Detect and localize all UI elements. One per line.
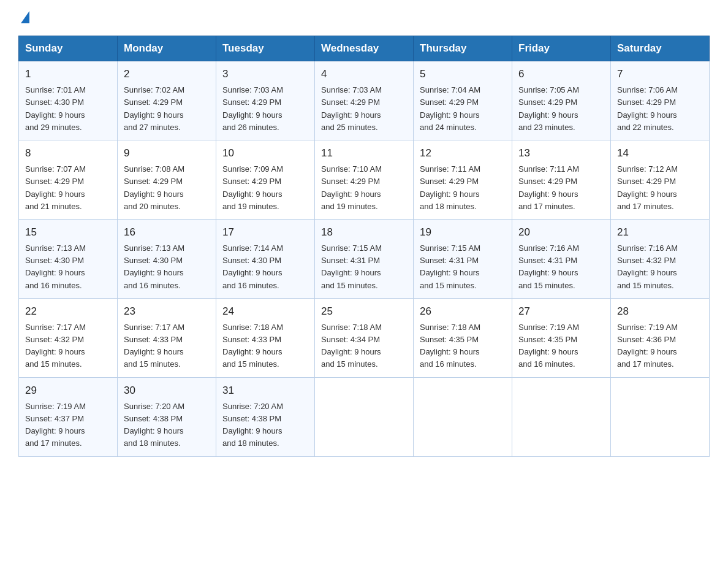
header-wednesday: Wednesday bbox=[315, 36, 414, 61]
day-number: 17 bbox=[222, 224, 308, 240]
day-number: 23 bbox=[124, 304, 210, 320]
day-info: Sunrise: 7:18 AMSunset: 4:34 PMDaylight:… bbox=[321, 321, 407, 371]
day-number: 28 bbox=[617, 304, 703, 320]
day-number: 22 bbox=[25, 304, 111, 320]
calendar-cell: 3Sunrise: 7:03 AMSunset: 4:29 PMDaylight… bbox=[216, 61, 315, 140]
day-info: Sunrise: 7:11 AMSunset: 4:29 PMDaylight:… bbox=[518, 163, 604, 213]
page-header bbox=[18, 12, 710, 25]
day-info: Sunrise: 7:06 AMSunset: 4:29 PMDaylight:… bbox=[617, 84, 703, 134]
calendar-cell: 19Sunrise: 7:15 AMSunset: 4:31 PMDayligh… bbox=[414, 219, 512, 298]
day-info: Sunrise: 7:09 AMSunset: 4:29 PMDaylight:… bbox=[222, 163, 308, 213]
day-number: 31 bbox=[222, 383, 308, 399]
calendar-cell: 14Sunrise: 7:12 AMSunset: 4:29 PMDayligh… bbox=[611, 140, 710, 219]
calendar-cell: 17Sunrise: 7:14 AMSunset: 4:30 PMDayligh… bbox=[216, 219, 315, 298]
logo-blue-text bbox=[18, 12, 29, 25]
calendar-cell: 10Sunrise: 7:09 AMSunset: 4:29 PMDayligh… bbox=[216, 140, 315, 219]
day-info: Sunrise: 7:13 AMSunset: 4:30 PMDaylight:… bbox=[25, 242, 111, 292]
calendar-header-row: SundayMondayTuesdayWednesdayThursdayFrid… bbox=[19, 36, 710, 61]
calendar-cell: 11Sunrise: 7:10 AMSunset: 4:29 PMDayligh… bbox=[315, 140, 414, 219]
calendar-cell: 8Sunrise: 7:07 AMSunset: 4:29 PMDaylight… bbox=[19, 140, 118, 219]
calendar-cell: 21Sunrise: 7:16 AMSunset: 4:32 PMDayligh… bbox=[611, 219, 710, 298]
calendar-cell: 28Sunrise: 7:19 AMSunset: 4:36 PMDayligh… bbox=[611, 298, 710, 377]
day-number: 7 bbox=[617, 66, 703, 82]
calendar-cell: 23Sunrise: 7:17 AMSunset: 4:33 PMDayligh… bbox=[118, 298, 216, 377]
day-info: Sunrise: 7:19 AMSunset: 4:35 PMDaylight:… bbox=[518, 321, 604, 371]
calendar-cell: 29Sunrise: 7:19 AMSunset: 4:37 PMDayligh… bbox=[19, 377, 118, 456]
calendar-cell: 27Sunrise: 7:19 AMSunset: 4:35 PMDayligh… bbox=[512, 298, 611, 377]
day-info: Sunrise: 7:03 AMSunset: 4:29 PMDaylight:… bbox=[222, 84, 308, 134]
day-info: Sunrise: 7:17 AMSunset: 4:32 PMDaylight:… bbox=[25, 321, 111, 371]
day-info: Sunrise: 7:04 AMSunset: 4:29 PMDaylight:… bbox=[420, 84, 506, 134]
day-info: Sunrise: 7:16 AMSunset: 4:32 PMDaylight:… bbox=[617, 242, 703, 292]
calendar-week-row: 29Sunrise: 7:19 AMSunset: 4:37 PMDayligh… bbox=[19, 377, 710, 456]
day-info: Sunrise: 7:18 AMSunset: 4:35 PMDaylight:… bbox=[420, 321, 506, 371]
calendar-cell: 20Sunrise: 7:16 AMSunset: 4:31 PMDayligh… bbox=[512, 219, 611, 298]
calendar-cell: 7Sunrise: 7:06 AMSunset: 4:29 PMDaylight… bbox=[611, 61, 710, 140]
day-info: Sunrise: 7:08 AMSunset: 4:29 PMDaylight:… bbox=[124, 163, 210, 213]
day-number: 30 bbox=[124, 383, 210, 399]
calendar-cell: 4Sunrise: 7:03 AMSunset: 4:29 PMDaylight… bbox=[315, 61, 414, 140]
day-number: 27 bbox=[518, 304, 604, 320]
day-info: Sunrise: 7:12 AMSunset: 4:29 PMDaylight:… bbox=[617, 163, 703, 213]
logo bbox=[18, 12, 29, 25]
day-info: Sunrise: 7:01 AMSunset: 4:30 PMDaylight:… bbox=[25, 84, 111, 134]
day-info: Sunrise: 7:15 AMSunset: 4:31 PMDaylight:… bbox=[321, 242, 407, 292]
calendar-week-row: 1Sunrise: 7:01 AMSunset: 4:30 PMDaylight… bbox=[19, 61, 710, 140]
day-number: 19 bbox=[420, 224, 506, 240]
day-number: 2 bbox=[124, 66, 210, 82]
day-info: Sunrise: 7:18 AMSunset: 4:33 PMDaylight:… bbox=[222, 321, 308, 371]
calendar-cell: 9Sunrise: 7:08 AMSunset: 4:29 PMDaylight… bbox=[118, 140, 216, 219]
calendar-week-row: 8Sunrise: 7:07 AMSunset: 4:29 PMDaylight… bbox=[19, 140, 710, 219]
day-info: Sunrise: 7:20 AMSunset: 4:38 PMDaylight:… bbox=[124, 400, 210, 450]
day-number: 18 bbox=[321, 224, 407, 240]
calendar-cell: 18Sunrise: 7:15 AMSunset: 4:31 PMDayligh… bbox=[315, 219, 414, 298]
day-number: 11 bbox=[321, 145, 407, 161]
day-number: 3 bbox=[222, 66, 308, 82]
day-number: 1 bbox=[25, 66, 111, 82]
day-number: 4 bbox=[321, 66, 407, 82]
calendar-cell bbox=[414, 377, 512, 456]
day-info: Sunrise: 7:02 AMSunset: 4:29 PMDaylight:… bbox=[124, 84, 210, 134]
calendar-cell: 5Sunrise: 7:04 AMSunset: 4:29 PMDaylight… bbox=[414, 61, 512, 140]
day-info: Sunrise: 7:15 AMSunset: 4:31 PMDaylight:… bbox=[420, 242, 506, 292]
day-number: 14 bbox=[617, 145, 703, 161]
day-number: 24 bbox=[222, 304, 308, 320]
calendar-cell bbox=[315, 377, 414, 456]
day-info: Sunrise: 7:16 AMSunset: 4:31 PMDaylight:… bbox=[518, 242, 604, 292]
day-info: Sunrise: 7:11 AMSunset: 4:29 PMDaylight:… bbox=[420, 163, 506, 213]
header-monday: Monday bbox=[118, 36, 216, 61]
day-number: 12 bbox=[420, 145, 506, 161]
day-number: 6 bbox=[518, 66, 604, 82]
day-number: 8 bbox=[25, 145, 111, 161]
calendar-cell: 12Sunrise: 7:11 AMSunset: 4:29 PMDayligh… bbox=[414, 140, 512, 219]
day-info: Sunrise: 7:19 AMSunset: 4:36 PMDaylight:… bbox=[617, 321, 703, 371]
day-number: 9 bbox=[124, 145, 210, 161]
calendar-cell: 24Sunrise: 7:18 AMSunset: 4:33 PMDayligh… bbox=[216, 298, 315, 377]
header-sunday: Sunday bbox=[19, 36, 118, 61]
day-info: Sunrise: 7:20 AMSunset: 4:38 PMDaylight:… bbox=[222, 400, 308, 450]
header-saturday: Saturday bbox=[611, 36, 710, 61]
header-friday: Friday bbox=[512, 36, 611, 61]
day-info: Sunrise: 7:14 AMSunset: 4:30 PMDaylight:… bbox=[222, 242, 308, 292]
day-info: Sunrise: 7:03 AMSunset: 4:29 PMDaylight:… bbox=[321, 84, 407, 134]
day-number: 26 bbox=[420, 304, 506, 320]
calendar-cell: 30Sunrise: 7:20 AMSunset: 4:38 PMDayligh… bbox=[118, 377, 216, 456]
calendar-cell: 26Sunrise: 7:18 AMSunset: 4:35 PMDayligh… bbox=[414, 298, 512, 377]
logo-triangle-icon bbox=[21, 11, 29, 23]
calendar-cell bbox=[512, 377, 611, 456]
day-number: 25 bbox=[321, 304, 407, 320]
day-info: Sunrise: 7:13 AMSunset: 4:30 PMDaylight:… bbox=[124, 242, 210, 292]
calendar-week-row: 22Sunrise: 7:17 AMSunset: 4:32 PMDayligh… bbox=[19, 298, 710, 377]
header-thursday: Thursday bbox=[414, 36, 512, 61]
calendar-cell: 25Sunrise: 7:18 AMSunset: 4:34 PMDayligh… bbox=[315, 298, 414, 377]
day-number: 10 bbox=[222, 145, 308, 161]
calendar-cell: 22Sunrise: 7:17 AMSunset: 4:32 PMDayligh… bbox=[19, 298, 118, 377]
day-number: 5 bbox=[420, 66, 506, 82]
calendar-cell: 2Sunrise: 7:02 AMSunset: 4:29 PMDaylight… bbox=[118, 61, 216, 140]
calendar-cell bbox=[611, 377, 710, 456]
day-info: Sunrise: 7:17 AMSunset: 4:33 PMDaylight:… bbox=[124, 321, 210, 371]
day-info: Sunrise: 7:07 AMSunset: 4:29 PMDaylight:… bbox=[25, 163, 111, 213]
day-number: 15 bbox=[25, 224, 111, 240]
calendar-cell: 15Sunrise: 7:13 AMSunset: 4:30 PMDayligh… bbox=[19, 219, 118, 298]
day-info: Sunrise: 7:10 AMSunset: 4:29 PMDaylight:… bbox=[321, 163, 407, 213]
